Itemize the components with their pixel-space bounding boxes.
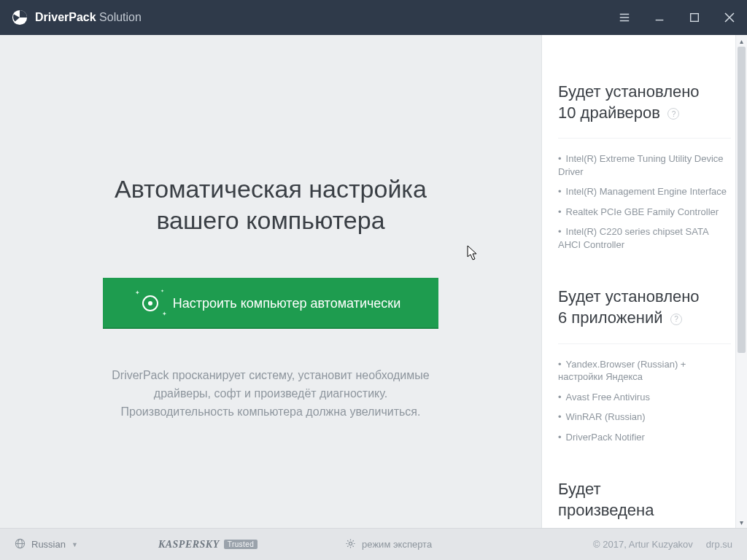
sidebar-scrollbar[interactable]: ▴ ▾: [735, 35, 747, 528]
scroll-down-arrow-icon[interactable]: ▾: [736, 516, 747, 528]
diag-heading-l1: Будет: [558, 480, 601, 498]
window-titlebar: DriverPack Solution: [0, 0, 747, 35]
sidebar: Будет установлено 10 драйверов ? Intel(R…: [541, 35, 747, 528]
diagnostics-section: Будет произведена: [558, 479, 731, 521]
drivers-section: Будет установлено 10 драйверов ? Intel(R…: [558, 82, 731, 254]
list-item: Intel(R) Extreme Tuning Utility Device D…: [558, 149, 731, 182]
sub-line1: DriverPack просканирует систему, установ…: [112, 369, 429, 381]
chevron-down-icon: ▼: [71, 541, 78, 548]
globe-icon: [15, 538, 26, 551]
scrollbar-thumb[interactable]: [738, 47, 746, 353]
footer-site-link[interactable]: drp.su: [706, 539, 732, 550]
svg-rect-1: [691, 14, 699, 22]
drivers-list: Intel(R) Extreme Tuning Utility Device D…: [558, 149, 731, 254]
help-icon[interactable]: ?: [670, 314, 682, 325]
apps-heading-l2: 6 приложений: [558, 308, 663, 327]
divider: [558, 343, 731, 344]
list-item: WinRAR (Russian): [558, 407, 731, 427]
scroll-up-arrow-icon[interactable]: ▴: [736, 35, 747, 47]
app-logo-icon: [12, 9, 28, 26]
maximize-button[interactable]: [677, 0, 712, 35]
configure-auto-button[interactable]: ✦ ✦ ✦ Настроить компьютер автоматически: [103, 278, 438, 329]
footer: Russian ▼ KASPERSKY Trusted режим экспер…: [0, 528, 747, 560]
help-icon[interactable]: ?: [667, 108, 679, 120]
divider: [558, 138, 731, 139]
list-item: Realtek PCIe GBE Family Controller: [558, 202, 731, 222]
main-headline: Автоматическая настройка вашего компьюте…: [115, 174, 427, 236]
apps-section: Будет установлено 6 приложений ? Yandex.…: [558, 287, 731, 447]
svg-point-6: [349, 542, 352, 545]
main-subtext: DriverPack просканирует систему, установ…: [81, 367, 460, 421]
drivers-heading-l2: 10 драйверов: [558, 104, 660, 122]
headline-line1: Автоматическая настройка: [115, 175, 427, 203]
main-panel: Автоматическая настройка вашего компьюте…: [0, 35, 541, 528]
apps-heading-l1: Будет установлено: [558, 287, 700, 306]
close-button[interactable]: [712, 0, 747, 35]
cta-label: Настроить компьютер автоматически: [173, 296, 401, 311]
list-item: DriverPack Notifier: [558, 427, 731, 448]
list-item: Intel(R) C220 series chipset SATA AHCI C…: [558, 222, 731, 254]
diag-heading-l2: произведена: [558, 501, 654, 519]
sub-line2: драйверы, софт и произведёт диагностику.: [154, 387, 387, 400]
kaspersky-trusted-badge: KASPERSKY Trusted: [158, 539, 258, 551]
expert-mode-label: режим эксперта: [362, 539, 432, 550]
kaspersky-label: KASPERSKY: [158, 539, 220, 551]
list-item: Avast Free Antivirus: [558, 387, 731, 408]
list-item: Yandex.Browser (Russian) + настройки Янд…: [558, 354, 731, 387]
window-controls: [607, 0, 747, 35]
footer-copyright: © 2017, Artur Kuzyakov: [593, 539, 693, 550]
menu-button[interactable]: [607, 0, 642, 35]
headline-line2: вашего компьютера: [156, 206, 384, 234]
sub-line3: Производительность компьютера должна уве…: [121, 405, 421, 418]
drivers-heading-l1: Будет установлено: [558, 82, 700, 101]
app-title-bold: DriverPack: [35, 11, 96, 23]
apps-list: Yandex.Browser (Russian) + настройки Янд…: [558, 354, 731, 448]
gear-icon: [345, 538, 356, 551]
language-label: Russian: [31, 539, 66, 550]
expert-mode-link[interactable]: режим эксперта: [345, 538, 432, 551]
svg-point-3: [148, 301, 152, 306]
app-title: DriverPack Solution: [35, 11, 142, 24]
minimize-button[interactable]: [642, 0, 677, 35]
trusted-badge: Trusted: [224, 540, 258, 549]
list-item: Intel(R) Management Engine Interface: [558, 182, 731, 202]
app-title-thin: Solution: [99, 11, 142, 23]
workspace: Автоматическая настройка вашего компьюте…: [0, 35, 747, 528]
titlebar-left: DriverPack Solution: [12, 9, 142, 26]
disc-sparkle-icon: ✦ ✦ ✦: [141, 294, 160, 313]
language-selector[interactable]: Russian ▼: [15, 538, 78, 551]
